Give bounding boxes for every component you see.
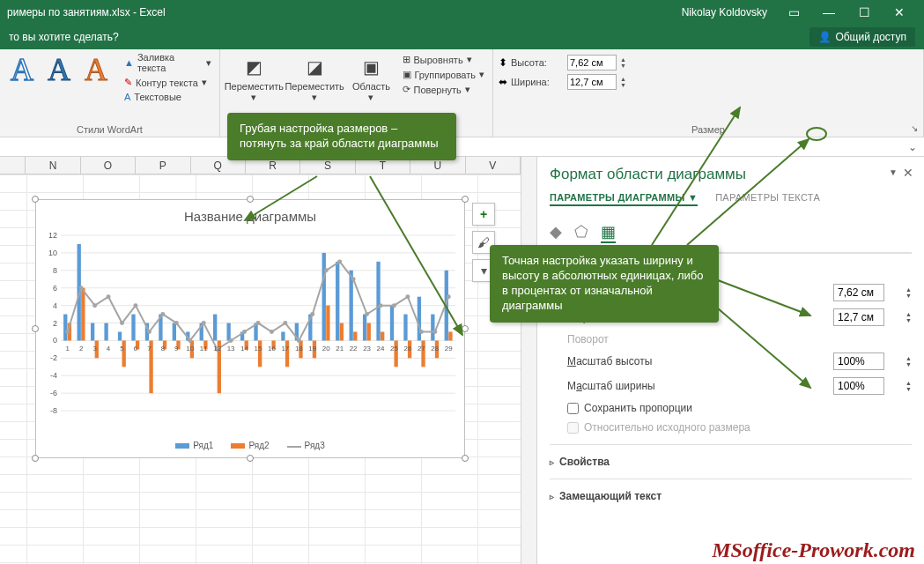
svg-rect-25 [104,323,107,341]
pane-scale-height-input[interactable] [833,352,884,370]
resize-handle[interactable] [32,196,39,203]
svg-point-99 [324,268,329,272]
person-icon: 👤 [818,31,832,43]
tellme-prompt[interactable]: то вы хотите сделать? [9,31,119,43]
lock-aspect-checkbox[interactable] [567,403,579,414]
text-effects-button[interactable]: AТекстовые [122,91,214,103]
tab-diagram-params[interactable]: Параметры диаграммы ▼ [550,192,698,206]
col-header[interactable]: V [466,157,521,174]
svg-text:28: 28 [431,345,439,352]
spinner-icon[interactable]: ▲▼ [906,380,912,392]
ribbon-width-input[interactable] [567,74,617,90]
col-header[interactable]: P [136,157,190,174]
effects-icon: A [124,92,130,102]
svg-point-95 [270,330,274,334]
legend-item[interactable]: Ряд3 [287,441,325,450]
svg-rect-27 [131,315,135,341]
effects-tab-icon[interactable]: ⬠ [574,222,588,243]
share-button[interactable]: 👤 Общий доступ [809,27,915,47]
send-backward-icon: ◪ [300,53,329,81]
group-icon: ▣ [403,69,411,80]
pane-close-icon[interactable]: ✕ [903,166,913,180]
watermark: MSoffice-Prowork.com [712,538,915,562]
resize-handle[interactable] [247,455,254,462]
resize-handle[interactable] [462,325,469,332]
alttext-section[interactable]: ▹Замещающий текст [550,479,912,513]
properties-section[interactable]: ▹Свойства [550,444,912,479]
spinner-icon[interactable]: ▲▼ [906,286,912,299]
svg-rect-22 [63,315,67,341]
minimize-icon[interactable]: — [811,5,846,19]
text-outline-button[interactable]: ✎Контур текста▾ [122,76,214,89]
send-backward-button[interactable]: ◪Переместить▾ [286,51,344,104]
spinner-icon[interactable]: ▲▼ [620,56,626,69]
plus-icon: + [480,207,487,221]
formula-bar[interactable]: ⌄ [0,137,924,157]
selection-pane-button[interactable]: ▣Область▾ [347,51,396,104]
workspace: N O P Q R S T U V Название диаграммы -8-… [0,157,924,564]
size-dialog-launcher[interactable]: ↘ [911,123,918,133]
svg-text:23: 23 [363,345,371,352]
pane-height-input[interactable] [833,284,884,301]
resize-handle[interactable] [32,325,39,332]
user-name[interactable]: Nikolay Koldovsky [682,6,767,19]
chart-title[interactable]: Название диаграммы [36,200,464,227]
brush-icon: 🖌 [477,235,490,249]
svg-text:14: 14 [240,345,248,352]
svg-text:7: 7 [147,345,152,352]
svg-rect-47 [403,315,407,341]
resize-handle[interactable] [247,196,254,203]
expand-icon[interactable]: ⌄ [908,141,917,153]
svg-point-81 [79,286,84,290]
text-fill-button[interactable]: ▲Заливка текста▾ [122,51,214,74]
align-button[interactable]: ⊞Выровнять▾ [400,53,488,66]
svg-text:9: 9 [174,345,179,352]
col-header[interactable] [0,157,26,174]
pane-options-icon[interactable]: ▼ [889,167,898,177]
width-icon: ⬌ [499,76,507,88]
rotate-button[interactable]: ⟳Повернуть▾ [400,83,488,96]
resize-handle[interactable] [462,196,469,203]
chart-object[interactable]: Название диаграммы -8-6-4-20246810121234… [35,199,465,458]
fill-icon: ▲ [124,57,134,68]
resize-handle[interactable] [32,455,39,462]
prop-scale-height: Масштаб высоты ▲▼ [550,349,912,374]
fill-line-tab-icon[interactable]: ◆ [550,222,562,243]
sheet-area[interactable]: N O P Q R S T U V Название диаграммы -8-… [0,157,521,564]
chart-elements-button[interactable]: + [472,203,495,226]
svg-text:0: 0 [53,336,57,345]
col-header[interactable]: O [81,157,136,174]
close-icon[interactable]: ✕ [882,5,917,19]
group-button[interactable]: ▣Группировать▾ [400,68,488,81]
wordart-style-3[interactable]: A [79,51,113,88]
svg-rect-74 [381,332,384,341]
wordart-style-2[interactable]: A [42,51,76,88]
tab-text-params[interactable]: Параметры текста [715,192,820,206]
chart-plot-area[interactable]: -8-6-4-202468101212345678910111213141516… [61,235,455,411]
vertical-scrollbar[interactable] [521,157,536,564]
svg-rect-46 [390,306,394,341]
ribbon-height-input[interactable] [567,55,617,70]
ribbon-options-icon[interactable]: ▭ [776,5,811,19]
svg-text:22: 22 [350,345,358,352]
pane-scale-width-input[interactable] [833,377,884,395]
svg-text:10: 10 [186,345,194,352]
legend-item[interactable]: Ряд2 [231,441,269,450]
resize-handle[interactable] [462,455,469,462]
spinner-icon[interactable]: ▲▼ [620,76,626,88]
spinner-icon[interactable]: ▲▼ [906,311,912,323]
size-tab-icon[interactable]: ▦ [601,222,616,243]
legend-item[interactable]: Ряд1 [175,441,213,450]
maximize-icon[interactable]: ☐ [846,5,882,19]
spinner-icon[interactable]: ▲▼ [906,355,912,367]
chart-legend[interactable]: Ряд1 Ряд2 Ряд3 [36,441,464,450]
svg-rect-26 [118,332,122,341]
bring-forward-button[interactable]: ◩Переместить▾ [225,51,283,104]
col-header[interactable]: N [26,157,80,174]
pane-width-input[interactable] [833,308,884,326]
svg-rect-24 [91,323,94,341]
svg-point-87 [160,312,165,316]
svg-point-82 [92,303,97,308]
lock-aspect-row[interactable]: Сохранить пропорции [550,398,912,418]
wordart-style-1[interactable]: A [5,51,39,88]
